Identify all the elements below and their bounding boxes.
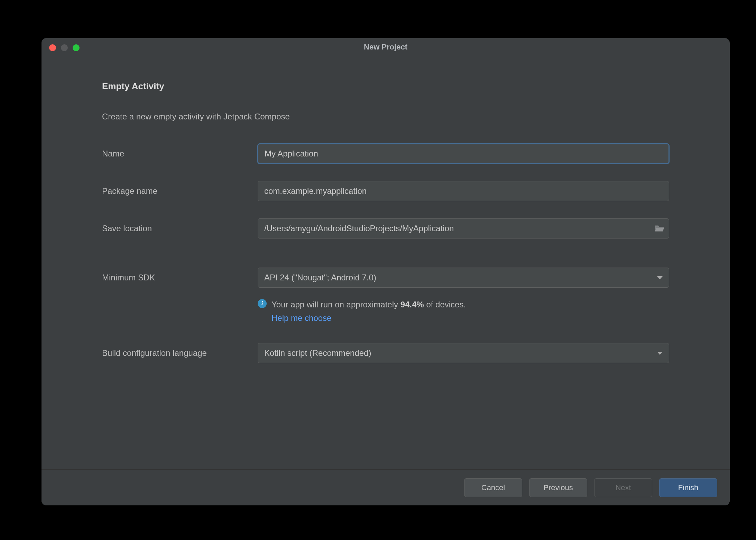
sdk-info-block: i Your app will run on approximately 94.… xyxy=(258,298,669,324)
location-input[interactable] xyxy=(258,219,654,238)
folder-open-icon[interactable] xyxy=(654,224,665,233)
titlebar: New Project xyxy=(42,38,730,56)
dialog-footer: Cancel Previous Next Finish xyxy=(42,469,730,505)
build-lang-select[interactable]: Kotlin script (Recommended) xyxy=(258,343,669,363)
package-input[interactable] xyxy=(258,181,669,201)
help-me-choose-link[interactable]: Help me choose xyxy=(271,312,331,324)
sdk-label: Minimum SDK xyxy=(102,273,258,282)
minimize-icon[interactable] xyxy=(61,44,68,51)
chevron-down-icon xyxy=(657,352,663,355)
row-name: Name xyxy=(102,144,669,164)
build-lang-label: Build configuration language xyxy=(102,348,258,358)
page-subheading: Create a new empty activity with Jetpack… xyxy=(102,112,669,122)
dialog-content: Empty Activity Create a new empty activi… xyxy=(42,56,730,469)
name-input[interactable] xyxy=(258,144,669,164)
finish-button[interactable]: Finish xyxy=(659,478,717,497)
cancel-button[interactable]: Cancel xyxy=(464,478,522,497)
sdk-info-suffix: of devices. xyxy=(424,300,466,309)
sdk-info-percent: 94.4% xyxy=(400,300,424,309)
page-heading: Empty Activity xyxy=(102,81,669,92)
location-label: Save location xyxy=(102,224,258,233)
package-label: Package name xyxy=(102,186,258,196)
sdk-info-prefix: Your app will run on approximately xyxy=(271,300,400,309)
info-icon: i xyxy=(258,299,267,308)
new-project-dialog: New Project Empty Activity Create a new … xyxy=(42,38,730,505)
sdk-select[interactable]: API 24 ("Nougat"; Android 7.0) xyxy=(258,268,669,288)
sdk-info-text: Your app will run on approximately 94.4%… xyxy=(271,298,466,324)
zoom-icon[interactable] xyxy=(73,44,80,51)
next-button: Next xyxy=(594,478,652,497)
chevron-down-icon xyxy=(657,276,663,279)
row-sdk: Minimum SDK API 24 ("Nougat"; Android 7.… xyxy=(102,268,669,288)
sdk-value: API 24 ("Nougat"; Android 7.0) xyxy=(264,273,657,282)
window-title: New Project xyxy=(364,43,407,52)
build-lang-value: Kotlin script (Recommended) xyxy=(264,348,657,358)
name-label: Name xyxy=(102,149,258,159)
location-field-wrap xyxy=(258,218,669,238)
row-package: Package name xyxy=(102,181,669,201)
previous-button[interactable]: Previous xyxy=(529,478,587,497)
row-build-lang: Build configuration language Kotlin scri… xyxy=(102,343,669,363)
row-location: Save location xyxy=(102,218,669,238)
window-controls xyxy=(49,44,80,51)
close-icon[interactable] xyxy=(49,44,56,51)
